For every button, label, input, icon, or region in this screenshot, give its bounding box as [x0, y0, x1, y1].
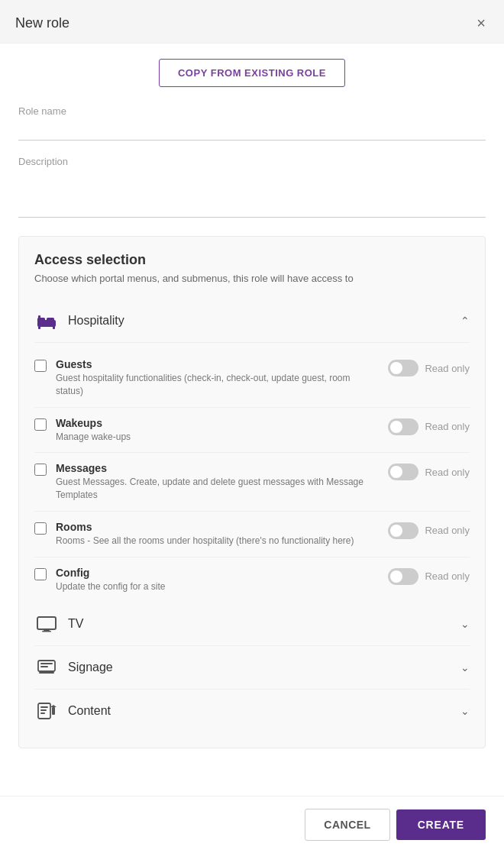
messages-read-only-label: Read only	[425, 467, 470, 478]
content-icon	[34, 699, 59, 723]
access-subtitle: Choose which portal menus, and submenus,…	[34, 273, 470, 284]
svg-rect-10	[40, 663, 53, 664]
svg-rect-11	[40, 666, 48, 667]
wakeups-checkbox[interactable]	[34, 418, 47, 431]
category-tv-label: TV	[68, 617, 83, 631]
messages-checkbox[interactable]	[34, 464, 47, 476]
wakeups-toggle[interactable]	[388, 418, 418, 435]
description-label: Description	[18, 156, 486, 167]
category-hospitality: Hospitality ⌃ Guests Guest hospitality f…	[34, 299, 470, 603]
access-section: Access selection Choose which portal men…	[18, 236, 486, 748]
svg-rect-3	[38, 315, 40, 321]
access-title: Access selection	[34, 252, 470, 268]
svg-marker-18	[50, 705, 57, 707]
config-name: Config	[56, 567, 379, 579]
svg-rect-8	[42, 631, 51, 632]
guests-desc: Guest hospitality functionalities (check…	[56, 372, 379, 398]
tv-icon	[34, 612, 59, 636]
guests-name: Guests	[56, 358, 379, 370]
modal-header: New role ×	[0, 0, 504, 44]
new-role-modal: New role × COPY FROM EXISTING ROLE Role …	[0, 0, 504, 853]
modal-title: New role	[15, 15, 69, 31]
guests-read-only-label: Read only	[425, 363, 470, 374]
rooms-toggle[interactable]	[388, 522, 418, 539]
svg-rect-15	[40, 709, 47, 711]
guests-checkbox[interactable]	[34, 360, 47, 372]
signage-chevron-down-icon: ⌄	[460, 661, 470, 674]
modal-body: COPY FROM EXISTING ROLE Role name Descri…	[0, 44, 504, 796]
config-read-only-label: Read only	[425, 570, 470, 582]
create-button[interactable]: CREATE	[396, 809, 486, 840]
svg-rect-6	[37, 617, 56, 629]
svg-rect-12	[39, 672, 54, 674]
signage-icon	[34, 655, 59, 680]
wakeups-desc: Manage wake-ups	[56, 431, 379, 444]
submenu-item-rooms: Rooms Rooms - See all the rooms under ho…	[34, 512, 470, 557]
hospitality-submenu-list: Guests Guest hospitality functionalities…	[34, 343, 470, 603]
chevron-up-icon: ⌃	[460, 315, 470, 327]
submenu-item-config: Config Update the config for a site Read…	[34, 557, 470, 603]
tv-chevron-down-icon: ⌄	[460, 618, 470, 630]
svg-rect-16	[40, 712, 45, 714]
content-chevron-down-icon: ⌄	[460, 705, 470, 717]
svg-rect-14	[40, 706, 48, 708]
rooms-name: Rooms	[56, 521, 379, 533]
svg-rect-4	[38, 326, 40, 329]
category-signage-row[interactable]: Signage ⌄	[34, 646, 470, 690]
wakeups-name: Wakeups	[56, 417, 379, 429]
cancel-button[interactable]: CANCEL	[305, 809, 389, 841]
description-input[interactable]	[18, 172, 486, 218]
role-name-input[interactable]	[18, 121, 486, 141]
guests-toggle[interactable]	[388, 360, 418, 376]
category-tv-row[interactable]: TV ⌄	[34, 603, 470, 646]
modal-footer: CANCEL CREATE	[0, 796, 504, 853]
svg-rect-17	[52, 707, 55, 715]
category-content-row[interactable]: Content ⌄	[34, 690, 470, 732]
messages-desc: Guest Messages. Create, update and delet…	[56, 476, 379, 502]
role-name-field: Role name	[18, 105, 486, 141]
category-signage-label: Signage	[68, 661, 113, 674]
svg-rect-2	[47, 318, 54, 322]
config-desc: Update the config for a site	[56, 580, 379, 593]
rooms-checkbox[interactable]	[34, 522, 47, 535]
bed-icon	[34, 309, 59, 333]
messages-toggle[interactable]	[388, 464, 418, 480]
category-hospitality-row[interactable]: Hospitality ⌃	[34, 299, 470, 343]
copy-button-container: COPY FROM EXISTING ROLE	[18, 59, 486, 87]
close-button[interactable]: ×	[473, 12, 489, 34]
rooms-desc: Rooms - See all the rooms under hospital…	[56, 535, 379, 548]
config-toggle[interactable]	[388, 568, 418, 585]
rooms-read-only-label: Read only	[425, 525, 470, 536]
svg-rect-5	[53, 326, 55, 329]
messages-name: Messages	[56, 462, 379, 474]
config-checkbox[interactable]	[34, 568, 47, 580]
submenu-item-guests: Guests Guest hospitality functionalities…	[34, 349, 470, 408]
description-field: Description	[18, 156, 486, 221]
wakeups-read-only-label: Read only	[425, 421, 470, 432]
submenu-item-wakeups: Wakeups Manage wake-ups Read only	[34, 408, 470, 454]
category-content-label: Content	[68, 704, 111, 718]
submenu-item-messages: Messages Guest Messages. Create, update …	[34, 453, 470, 512]
category-hospitality-label: Hospitality	[68, 314, 124, 328]
copy-from-existing-button[interactable]: COPY FROM EXISTING ROLE	[159, 59, 345, 87]
role-name-label: Role name	[18, 105, 486, 117]
